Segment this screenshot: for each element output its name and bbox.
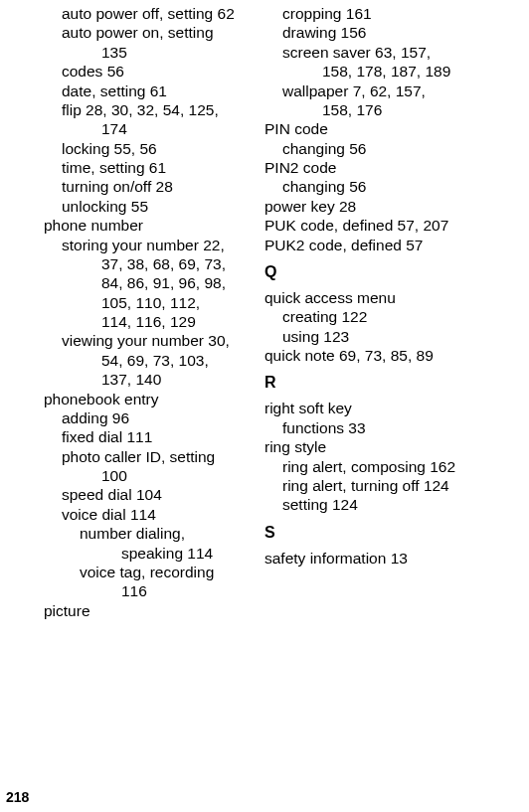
index-entry: speed dial 104	[44, 485, 261, 504]
index-entry-cont: 135	[44, 43, 261, 62]
index-entry: functions 33	[264, 418, 513, 437]
index-entry: setting 124	[264, 495, 513, 514]
index-entry-cont: 114, 116, 129	[44, 312, 261, 331]
index-entry-cont: 158, 176	[264, 100, 513, 119]
index-heading: PIN2 code	[264, 158, 513, 177]
index-entry-cont: 105, 110, 112,	[44, 293, 261, 312]
index-entry: locking 55, 56	[44, 139, 261, 158]
index-entry-cont: 54, 69, 73, 103,	[44, 351, 261, 370]
column-left: auto power off, setting 62 auto power on…	[12, 4, 264, 620]
index-entry: wallpaper 7, 62, 157,	[264, 81, 513, 100]
index-entry-cont: 158, 178, 187, 189	[264, 62, 513, 81]
index-entry: creating 122	[264, 307, 513, 326]
index-entry-cont: 116	[44, 581, 261, 600]
index-entry-cont: 37, 38, 68, 69, 73,	[44, 254, 261, 273]
index-page: auto power off, setting 62 auto power on…	[0, 0, 529, 620]
index-entry: cropping 161	[264, 4, 513, 23]
index-entry-cont: 100	[44, 466, 261, 485]
index-subentry: number dialing,	[44, 524, 261, 543]
index-heading: quick access menu	[264, 288, 513, 307]
index-entry: voice dial 114	[44, 505, 261, 524]
index-entry: PUK code, defined 57, 207	[264, 216, 513, 235]
index-entry: safety information 13	[264, 549, 513, 568]
index-entry-cont: speaking 114	[44, 544, 261, 563]
index-heading: picture	[44, 601, 261, 620]
index-heading: phone number	[44, 216, 261, 235]
index-entry-cont: 84, 86, 91, 96, 98,	[44, 273, 261, 292]
index-entry: viewing your number 30,	[44, 331, 261, 350]
index-entry: auto power off, setting 62	[44, 4, 261, 23]
index-entry: ring alert, composing 162	[264, 457, 513, 476]
index-entry: codes 56	[44, 62, 261, 81]
index-entry: drawing 156	[264, 23, 513, 42]
index-entry: photo caller ID, setting	[44, 447, 261, 466]
index-entry: fixed dial 111	[44, 427, 261, 446]
index-entry: quick note 69, 73, 85, 89	[264, 346, 513, 365]
section-heading-r: R	[264, 373, 513, 393]
index-entry: auto power on, setting	[44, 23, 261, 42]
index-subentry: voice tag, recording	[44, 563, 261, 581]
index-entry: changing 56	[264, 177, 513, 196]
index-entry-cont: 174	[44, 119, 261, 138]
index-entry: screen saver 63, 157,	[264, 43, 513, 62]
index-entry: PUK2 code, defined 57	[264, 236, 513, 254]
section-heading-q: Q	[264, 262, 513, 282]
index-entry: adding 96	[44, 408, 261, 427]
index-entry-cont: 137, 140	[44, 370, 261, 389]
index-entry: storing your number 22,	[44, 236, 261, 254]
index-heading: PIN code	[264, 119, 513, 138]
section-heading-s: S	[264, 523, 513, 543]
index-entry: flip 28, 30, 32, 54, 125,	[44, 100, 261, 119]
index-entry: changing 56	[264, 139, 513, 158]
index-entry: unlocking 55	[44, 197, 261, 216]
index-entry: using 123	[264, 327, 513, 346]
index-entry: ring alert, turning off 124	[264, 476, 513, 495]
index-heading: ring style	[264, 437, 513, 456]
index-entry: turning on/off 28	[44, 177, 261, 196]
index-entry: time, setting 61	[44, 158, 261, 177]
index-entry: date, setting 61	[44, 81, 261, 100]
index-heading: phonebook entry	[44, 390, 261, 408]
page-number: 218	[6, 789, 29, 807]
index-heading: right soft key	[264, 399, 513, 417]
column-right: cropping 161 drawing 156 screen saver 63…	[264, 4, 517, 620]
index-entry: power key 28	[264, 197, 513, 216]
